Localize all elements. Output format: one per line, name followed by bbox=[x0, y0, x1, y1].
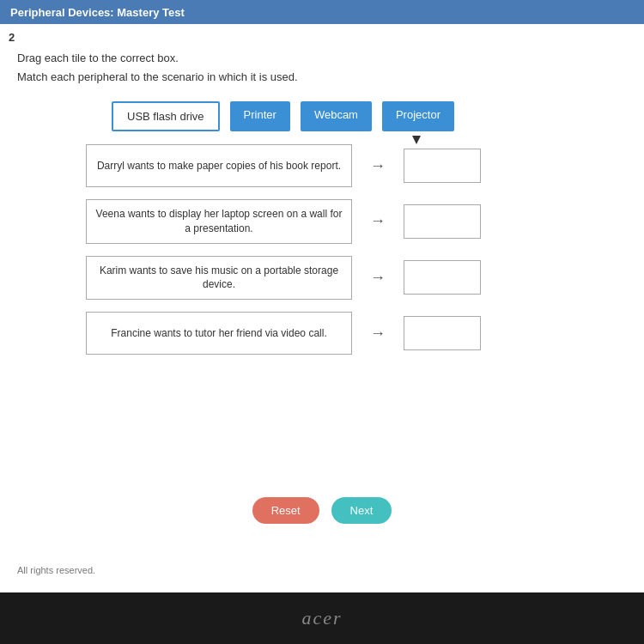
tile-printer[interactable]: Printer bbox=[230, 101, 290, 131]
answer-box-1[interactable] bbox=[404, 149, 481, 183]
match-row-4: Francine wants to tutor her friend via v… bbox=[86, 312, 627, 355]
match-row-3: Karim wants to save his music on a porta… bbox=[86, 256, 627, 301]
footer-text: All rights reserved. bbox=[17, 565, 95, 575]
acer-logo: acer bbox=[301, 607, 342, 629]
match-row-1: Darryl wants to make paper copies of his… bbox=[86, 144, 627, 187]
scenario-box-2: Veena wants to display her laptop screen… bbox=[86, 199, 352, 244]
tiles-container: USB flash drive Printer Webcam Projector bbox=[112, 101, 454, 131]
arrow-4: → bbox=[352, 325, 404, 343]
tile-usb[interactable]: USB flash drive bbox=[112, 101, 220, 131]
arrow-3: → bbox=[352, 269, 404, 287]
title-bar-text: Peripheral Devices: Mastery Test bbox=[10, 6, 185, 19]
arrow-2: → bbox=[352, 212, 404, 230]
answer-box-3[interactable] bbox=[404, 260, 481, 295]
tile-projector[interactable]: Projector bbox=[382, 101, 454, 131]
answer-box-2[interactable] bbox=[404, 204, 481, 239]
question-number: 2 bbox=[9, 31, 15, 44]
scenario-box-4: Francine wants to tutor her friend via v… bbox=[86, 312, 352, 355]
tile-webcam[interactable]: Webcam bbox=[301, 101, 372, 131]
reset-button[interactable]: Reset bbox=[252, 497, 319, 524]
scenario-box-1: Darryl wants to make paper copies of his… bbox=[86, 144, 352, 187]
next-button[interactable]: Next bbox=[331, 497, 392, 524]
scenario-box-3: Karim wants to save his music on a porta… bbox=[86, 256, 352, 301]
sub-instructions-text: Match each peripheral to the scenario in… bbox=[17, 70, 298, 83]
arrow-1: → bbox=[352, 157, 404, 175]
match-row-2: Veena wants to display her laptop screen… bbox=[86, 199, 627, 244]
instructions-text: Drag each tile to the correct box. bbox=[17, 52, 179, 64]
buttons-row: Reset Next bbox=[0, 497, 644, 524]
cursor-icon bbox=[412, 136, 421, 144]
answer-box-4[interactable] bbox=[404, 316, 481, 350]
matching-area: Darryl wants to make paper copies of his… bbox=[86, 144, 627, 367]
